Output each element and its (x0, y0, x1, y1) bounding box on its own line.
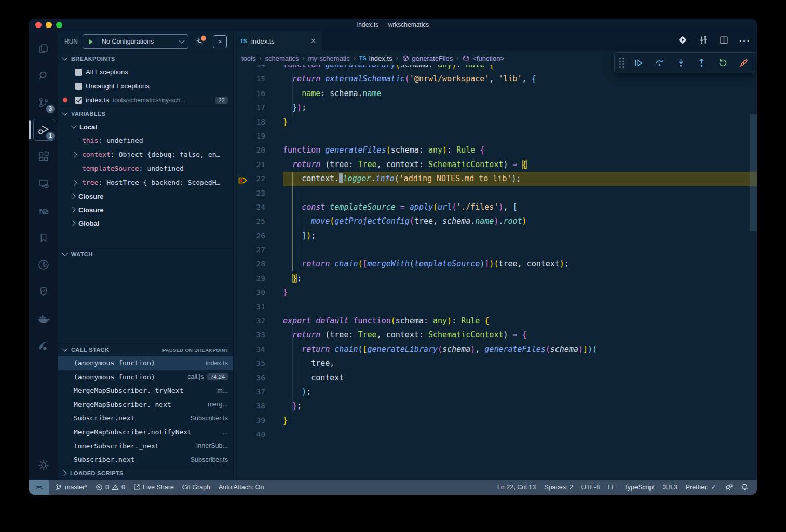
tab-index-ts[interactable]: TS index.ts × (234, 31, 322, 51)
activity-search[interactable] (29, 62, 58, 89)
open-changes-button[interactable] (677, 35, 688, 47)
code-line[interactable]: 36 context (234, 371, 757, 385)
git-graph-item[interactable]: Git Graph (178, 484, 214, 491)
breakpoint-checkbox[interactable] (75, 83, 82, 90)
line-number[interactable]: 14 (234, 65, 283, 72)
line-number[interactable]: 15 (234, 72, 283, 86)
call-stack-section-header[interactable]: CALL STACK PAUSED ON BREAKPOINT (58, 343, 233, 356)
breadcrumb-item[interactable]: generateFiles (402, 54, 453, 62)
breadcrumb-item[interactable]: schematics (265, 54, 299, 62)
compare-changes-button[interactable] (698, 35, 709, 47)
activity-explorer[interactable] (29, 35, 58, 62)
breakpoint-row[interactable]: All Exceptions (58, 65, 233, 79)
call-stack-frame[interactable]: Subscriber.nextSubscriber.ts (58, 412, 233, 426)
toolbar-drag-handle[interactable] (619, 58, 624, 68)
call-stack-frame[interactable]: MergeMapSubscriber._nextmerg... (58, 398, 233, 412)
split-editor-button[interactable] (719, 35, 729, 47)
line-number[interactable]: 20 (234, 143, 283, 157)
line-number[interactable]: 22 (234, 172, 283, 186)
code-line[interactable]: 38 }; (234, 399, 757, 413)
encoding-item[interactable]: UTF-8 (577, 484, 604, 491)
notifications-item[interactable] (737, 483, 753, 491)
activity-bookmarks[interactable] (29, 224, 58, 251)
line-number[interactable]: 35 (234, 357, 283, 371)
line-number[interactable]: 32 (234, 314, 283, 328)
activity-todo-tree[interactable] (29, 278, 58, 305)
variable-row[interactable]: tree:HostTree {_backend: ScopedH… (58, 175, 233, 189)
breakpoint-row[interactable]: Uncaught Exceptions (58, 79, 233, 93)
code-line[interactable]: 27 (234, 243, 757, 257)
call-stack-frame[interactable]: MergeMapSubscriber.notifyNext... (58, 425, 233, 439)
variables-scope-closure[interactable]: Closure (58, 189, 233, 203)
line-number[interactable]: 37 (234, 385, 283, 399)
step-out-button[interactable] (696, 56, 708, 70)
breadcrumb-item[interactable]: my-schematic (308, 54, 350, 62)
chevron-right-icon[interactable] (70, 220, 75, 226)
loaded-scripts-section-header[interactable]: LOADED SCRIPTS (58, 467, 233, 480)
activity-docker[interactable] (29, 305, 58, 332)
close-window-button[interactable] (35, 22, 42, 28)
minimize-window-button[interactable] (46, 22, 52, 28)
disconnect-button[interactable] (738, 56, 750, 70)
debug-console-button[interactable]: > (213, 35, 227, 48)
line-number[interactable]: 34 (234, 343, 283, 357)
code-line[interactable]: 31 (234, 300, 757, 314)
breadcrumb-item[interactable]: <function> (462, 54, 504, 62)
breadcrumb-item[interactable]: TSindex.ts (359, 54, 392, 62)
variables-section-header[interactable]: VARIABLES (58, 107, 233, 120)
call-stack-frame[interactable]: MergeMapSubscriber._tryNextm... (58, 384, 233, 398)
code-line[interactable]: 22 context.logger.info('adding NOTES.md … (234, 172, 757, 186)
language-mode-item[interactable]: TypeScript (620, 484, 659, 491)
activity-run-debug[interactable]: 1 (29, 116, 58, 143)
code-line[interactable]: 17 }); (234, 101, 757, 115)
line-number[interactable]: 31 (234, 300, 283, 314)
prettier-item[interactable]: Prettier: ✓ (682, 483, 721, 491)
code-line[interactable]: 29 }; (234, 271, 757, 285)
line-number[interactable]: 17 (234, 101, 283, 115)
code-line[interactable]: 33 return (tree: Tree, context: Schemati… (234, 328, 757, 342)
auto-attach-item[interactable]: Auto Attach: On (214, 484, 268, 491)
line-number[interactable]: 23 (234, 186, 283, 200)
restart-button[interactable] (716, 56, 729, 70)
activity-nx-console[interactable]: N≥ (29, 197, 58, 224)
live-share-item[interactable]: Live Share (129, 484, 178, 491)
variable-row[interactable]: templateSource:undefined (58, 161, 233, 175)
line-number[interactable]: 21 (234, 158, 283, 172)
vertical-scrollbar[interactable] (750, 114, 757, 231)
activity-remote-explorer[interactable] (29, 170, 58, 197)
line-number[interactable]: 16 (234, 87, 283, 101)
chevron-right-icon[interactable] (71, 152, 77, 157)
indentation-item[interactable]: Spaces: 2 (540, 484, 577, 491)
code-line[interactable]: 24 const templateSource = apply(url('./f… (234, 200, 757, 214)
code-line[interactable]: 35 tree, (234, 357, 757, 371)
call-stack-frame[interactable]: Subscriber.nextSubscriber.ts (58, 453, 233, 467)
step-over-button[interactable] (654, 56, 666, 70)
line-number[interactable]: 29 (234, 271, 283, 285)
ts-version-item[interactable]: 3.8.3 (659, 484, 682, 491)
configure-gear-button[interactable] (196, 36, 205, 47)
line-number[interactable]: 19 (234, 129, 283, 143)
line-number[interactable]: 33 (234, 328, 283, 342)
code-line[interactable]: 39} (234, 414, 757, 428)
code-line[interactable]: 26 ]); (234, 229, 757, 243)
variable-row[interactable]: context:Object {debug: false, en… (58, 147, 233, 161)
code-line[interactable]: 19 (234, 129, 757, 143)
line-number[interactable]: 39 (234, 414, 283, 428)
variables-scope-closure[interactable]: Closure (58, 203, 233, 216)
breakpoint-checkbox[interactable] (75, 97, 82, 104)
breadcrumb-item[interactable]: tools (241, 54, 255, 62)
code-line[interactable]: 20function generateFiles(schema: any): R… (234, 143, 757, 157)
close-tab-icon[interactable]: × (311, 37, 316, 45)
chevron-right-icon[interactable] (71, 180, 77, 185)
activity-git-graph[interactable] (29, 251, 58, 278)
line-number[interactable]: 28 (234, 257, 283, 271)
code-line[interactable]: 18} (234, 115, 757, 129)
line-number[interactable]: 36 (234, 371, 283, 385)
line-number[interactable]: 38 (234, 399, 283, 413)
variables-scope-local[interactable]: Local (58, 120, 233, 133)
code-line[interactable]: 16 name: schema.name (234, 87, 757, 101)
feedback-item[interactable] (721, 483, 737, 491)
variable-row[interactable]: this:undefined (58, 133, 233, 147)
remote-indicator[interactable]: >< (29, 480, 49, 495)
code-line[interactable]: 15 return externalSchematic('@nrwl/works… (234, 72, 757, 86)
